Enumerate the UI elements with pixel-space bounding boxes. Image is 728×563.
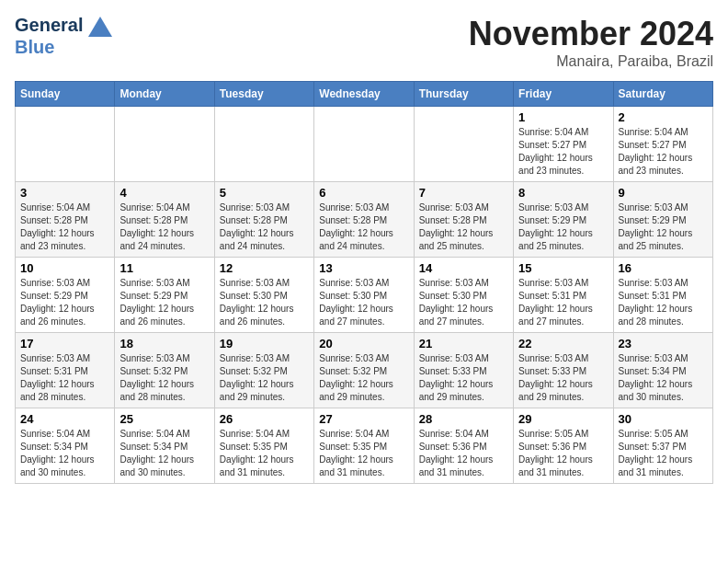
- day-info: Sunrise: 5:04 AM Sunset: 5:34 PM Dayligh…: [119, 428, 209, 479]
- day-number: 6: [319, 186, 408, 200]
- day-info: Sunrise: 5:03 AM Sunset: 5:32 PM Dayligh…: [220, 352, 309, 404]
- day-info: Sunrise: 5:05 AM Sunset: 5:37 PM Dayligh…: [619, 428, 708, 479]
- day-number: 14: [419, 261, 508, 275]
- calendar-cell: 14Sunrise: 5:03 AM Sunset: 5:30 PM Dayli…: [414, 258, 513, 333]
- day-number: 15: [518, 261, 608, 275]
- day-number: 26: [220, 412, 309, 426]
- calendar-week-1: 1Sunrise: 5:04 AM Sunset: 5:27 PM Daylig…: [16, 107, 713, 182]
- weekday-header-wednesday: Wednesday: [314, 82, 414, 107]
- calendar-week-5: 24Sunrise: 5:04 AM Sunset: 5:34 PM Dayli…: [16, 408, 713, 484]
- day-info: Sunrise: 5:03 AM Sunset: 5:30 PM Dayligh…: [419, 277, 508, 328]
- calendar-cell: 13Sunrise: 5:03 AM Sunset: 5:30 PM Dayli…: [314, 258, 414, 333]
- day-info: Sunrise: 5:03 AM Sunset: 5:29 PM Dayligh…: [619, 201, 708, 253]
- day-number: 10: [20, 261, 109, 275]
- day-info: Sunrise: 5:03 AM Sunset: 5:30 PM Dayligh…: [220, 277, 309, 328]
- day-number: 1: [518, 110, 608, 124]
- day-number: 20: [319, 337, 408, 350]
- calendar-cell: 1Sunrise: 5:04 AM Sunset: 5:27 PM Daylig…: [514, 107, 613, 182]
- day-info: Sunrise: 5:03 AM Sunset: 5:29 PM Dayligh…: [20, 277, 109, 328]
- day-number: 12: [220, 261, 309, 275]
- calendar-cell: [16, 107, 115, 182]
- calendar-cell: 25Sunrise: 5:04 AM Sunset: 5:34 PM Dayli…: [115, 408, 214, 484]
- weekday-header-saturday: Saturday: [613, 82, 712, 107]
- title-block: November 2024 Manaira, Paraiba, Brazil: [469, 15, 713, 70]
- day-number: 5: [220, 186, 309, 200]
- day-number: 2: [619, 110, 708, 124]
- calendar-cell: 21Sunrise: 5:03 AM Sunset: 5:33 PM Dayli…: [414, 333, 513, 408]
- day-number: 30: [619, 412, 708, 426]
- calendar-cell: 2Sunrise: 5:04 AM Sunset: 5:27 PM Daylig…: [613, 107, 712, 182]
- calendar-cell: [115, 107, 214, 182]
- day-number: 4: [119, 186, 209, 200]
- day-number: 25: [119, 412, 209, 426]
- day-number: 3: [20, 186, 109, 200]
- weekday-header-tuesday: Tuesday: [214, 82, 313, 107]
- day-info: Sunrise: 5:04 AM Sunset: 5:27 PM Dayligh…: [619, 126, 708, 178]
- weekday-header-row: SundayMondayTuesdayWednesdayThursdayFrid…: [16, 82, 713, 107]
- day-info: Sunrise: 5:03 AM Sunset: 5:33 PM Dayligh…: [518, 352, 608, 404]
- calendar-cell: 27Sunrise: 5:04 AM Sunset: 5:35 PM Dayli…: [314, 408, 414, 484]
- logo-text: General: [15, 15, 112, 35]
- day-info: Sunrise: 5:04 AM Sunset: 5:36 PM Dayligh…: [419, 428, 508, 479]
- day-number: 16: [619, 261, 708, 275]
- calendar-cell: 24Sunrise: 5:04 AM Sunset: 5:34 PM Dayli…: [16, 408, 115, 484]
- day-number: 18: [119, 337, 209, 350]
- day-info: Sunrise: 5:03 AM Sunset: 5:31 PM Dayligh…: [619, 277, 708, 328]
- day-info: Sunrise: 5:03 AM Sunset: 5:28 PM Dayligh…: [220, 201, 309, 253]
- weekday-header-monday: Monday: [115, 82, 214, 107]
- day-number: 23: [619, 337, 708, 350]
- calendar-cell: 7Sunrise: 5:03 AM Sunset: 5:28 PM Daylig…: [414, 182, 513, 258]
- calendar-cell: 5Sunrise: 5:03 AM Sunset: 5:28 PM Daylig…: [214, 182, 313, 258]
- calendar-week-2: 3Sunrise: 5:04 AM Sunset: 5:28 PM Daylig…: [16, 182, 713, 258]
- logo-blue: Blue: [15, 37, 54, 57]
- calendar-cell: 26Sunrise: 5:04 AM Sunset: 5:35 PM Dayli…: [214, 408, 313, 484]
- calendar-cell: 9Sunrise: 5:03 AM Sunset: 5:29 PM Daylig…: [613, 182, 712, 258]
- calendar-cell: 11Sunrise: 5:03 AM Sunset: 5:29 PM Dayli…: [115, 258, 214, 333]
- weekday-header-thursday: Thursday: [414, 82, 513, 107]
- weekday-header-friday: Friday: [514, 82, 613, 107]
- calendar-cell: 6Sunrise: 5:03 AM Sunset: 5:28 PM Daylig…: [314, 182, 414, 258]
- day-number: 28: [419, 412, 508, 426]
- calendar-cell: [414, 107, 513, 182]
- day-info: Sunrise: 5:04 AM Sunset: 5:27 PM Dayligh…: [518, 126, 608, 178]
- day-info: Sunrise: 5:03 AM Sunset: 5:32 PM Dayligh…: [319, 352, 408, 404]
- day-info: Sunrise: 5:04 AM Sunset: 5:35 PM Dayligh…: [319, 428, 408, 479]
- calendar-cell: 20Sunrise: 5:03 AM Sunset: 5:32 PM Dayli…: [314, 333, 414, 408]
- day-number: 24: [20, 412, 109, 426]
- calendar-body: 1Sunrise: 5:04 AM Sunset: 5:27 PM Daylig…: [16, 107, 713, 484]
- calendar-cell: 15Sunrise: 5:03 AM Sunset: 5:31 PM Dayli…: [514, 258, 613, 333]
- day-info: Sunrise: 5:04 AM Sunset: 5:34 PM Dayligh…: [20, 428, 109, 479]
- day-info: Sunrise: 5:04 AM Sunset: 5:28 PM Dayligh…: [119, 201, 209, 253]
- calendar-cell: 4Sunrise: 5:04 AM Sunset: 5:28 PM Daylig…: [115, 182, 214, 258]
- calendar-cell: 16Sunrise: 5:03 AM Sunset: 5:31 PM Dayli…: [613, 258, 712, 333]
- day-info: Sunrise: 5:03 AM Sunset: 5:29 PM Dayligh…: [518, 201, 608, 253]
- calendar-cell: 18Sunrise: 5:03 AM Sunset: 5:32 PM Dayli…: [115, 333, 214, 408]
- day-info: Sunrise: 5:03 AM Sunset: 5:31 PM Dayligh…: [518, 277, 608, 328]
- day-info: Sunrise: 5:03 AM Sunset: 5:28 PM Dayligh…: [319, 201, 408, 253]
- day-info: Sunrise: 5:03 AM Sunset: 5:28 PM Dayligh…: [419, 201, 508, 253]
- calendar-cell: 30Sunrise: 5:05 AM Sunset: 5:37 PM Dayli…: [613, 408, 712, 484]
- calendar-table: SundayMondayTuesdayWednesdayThursdayFrid…: [15, 81, 713, 484]
- day-number: 17: [20, 337, 109, 350]
- day-info: Sunrise: 5:05 AM Sunset: 5:36 PM Dayligh…: [518, 428, 608, 479]
- calendar-cell: 23Sunrise: 5:03 AM Sunset: 5:34 PM Dayli…: [613, 333, 712, 408]
- calendar-cell: 22Sunrise: 5:03 AM Sunset: 5:33 PM Dayli…: [514, 333, 613, 408]
- calendar-cell: 10Sunrise: 5:03 AM Sunset: 5:29 PM Dayli…: [16, 258, 115, 333]
- day-number: 22: [518, 337, 608, 350]
- calendar-cell: 28Sunrise: 5:04 AM Sunset: 5:36 PM Dayli…: [414, 408, 513, 484]
- day-number: 27: [319, 412, 408, 426]
- day-number: 9: [619, 186, 708, 200]
- day-info: Sunrise: 5:03 AM Sunset: 5:31 PM Dayligh…: [20, 352, 109, 404]
- calendar-cell: 29Sunrise: 5:05 AM Sunset: 5:36 PM Dayli…: [514, 408, 613, 484]
- calendar-cell: [214, 107, 313, 182]
- calendar-cell: [314, 107, 414, 182]
- day-number: 11: [119, 261, 209, 275]
- day-info: Sunrise: 5:03 AM Sunset: 5:33 PM Dayligh…: [419, 352, 508, 404]
- day-number: 7: [419, 186, 508, 200]
- svg-marker-0: [88, 17, 112, 37]
- day-number: 21: [419, 337, 508, 350]
- calendar-cell: 19Sunrise: 5:03 AM Sunset: 5:32 PM Dayli…: [214, 333, 313, 408]
- day-number: 13: [319, 261, 408, 275]
- calendar-cell: 3Sunrise: 5:04 AM Sunset: 5:28 PM Daylig…: [16, 182, 115, 258]
- location: Manaira, Paraiba, Brazil: [469, 53, 713, 70]
